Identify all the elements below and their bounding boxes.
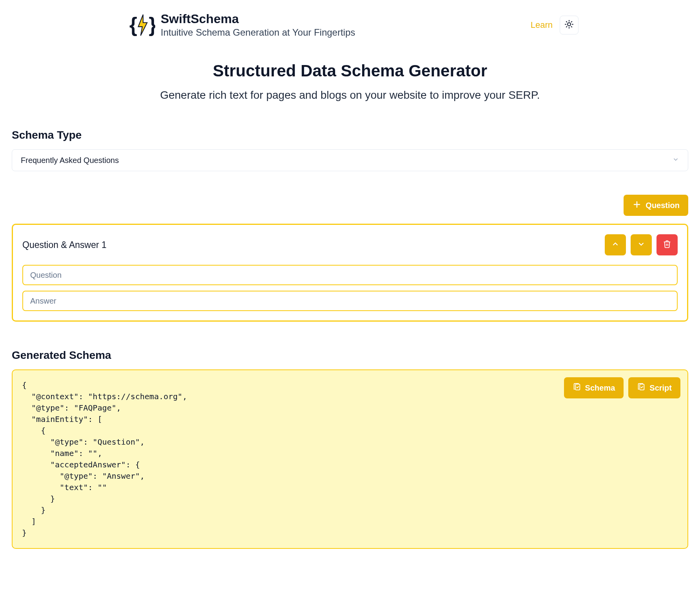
qa-head: Question & Answer 1 bbox=[22, 234, 678, 255]
clipboard-icon bbox=[637, 383, 646, 393]
copy-schema-button[interactable]: Schema bbox=[564, 377, 624, 398]
logo-icon: { } bbox=[129, 12, 155, 38]
svg-line-10 bbox=[566, 27, 567, 27]
qa-actions bbox=[605, 234, 678, 255]
delete-button[interactable] bbox=[656, 234, 678, 255]
add-question-row: Question bbox=[12, 195, 688, 216]
trash-icon bbox=[663, 240, 671, 250]
qa-title: Question & Answer 1 bbox=[22, 240, 107, 250]
chevron-down-icon bbox=[637, 240, 646, 250]
add-question-button[interactable]: Question bbox=[624, 195, 688, 216]
move-down-button[interactable] bbox=[631, 234, 652, 255]
hero: Structured Data Schema Generator Generat… bbox=[12, 62, 688, 101]
copy-script-button[interactable]: Script bbox=[628, 377, 680, 398]
schema-type-section: Schema Type Frequently Asked Questions bbox=[12, 129, 688, 171]
sun-icon bbox=[564, 20, 574, 30]
schema-type-select[interactable]: Frequently Asked Questions bbox=[12, 149, 688, 171]
learn-link[interactable]: Learn bbox=[531, 20, 553, 30]
brand-subtitle: Intuitive Schema Generation at Your Fing… bbox=[161, 27, 355, 38]
header-actions: Learn bbox=[531, 16, 578, 34]
page-title: Structured Data Schema Generator bbox=[12, 62, 688, 80]
copy-schema-label: Schema bbox=[585, 384, 615, 393]
copy-script-label: Script bbox=[649, 384, 672, 393]
brand: { } SwiftSchema Intuitive Schema Generat… bbox=[129, 12, 355, 38]
svg-line-6 bbox=[566, 22, 567, 22]
theme-toggle-button[interactable] bbox=[560, 16, 578, 34]
svg-text:}: } bbox=[149, 13, 156, 36]
chevron-up-icon bbox=[611, 240, 620, 250]
chevron-down-icon bbox=[672, 156, 679, 165]
brand-text: SwiftSchema Intuitive Schema Generation … bbox=[161, 12, 355, 38]
svg-line-7 bbox=[571, 27, 572, 27]
svg-point-3 bbox=[568, 23, 571, 26]
svg-text:{: { bbox=[129, 13, 137, 36]
generated-schema-section: Generated Schema Schema bbox=[12, 349, 688, 549]
move-up-button[interactable] bbox=[605, 234, 626, 255]
generated-schema-card: Schema Script { "@context": "https://sch… bbox=[12, 369, 688, 549]
answer-input[interactable] bbox=[22, 291, 678, 311]
page-subtitle: Generate rich text for pages and blogs o… bbox=[12, 89, 688, 101]
qa-card: Question & Answer 1 bbox=[12, 224, 688, 322]
generated-schema-label: Generated Schema bbox=[12, 349, 688, 362]
schema-type-selected: Frequently Asked Questions bbox=[21, 156, 119, 165]
svg-marker-1 bbox=[138, 14, 147, 36]
generated-schema-code: { "@context": "https://schema.org", "@ty… bbox=[22, 380, 678, 539]
svg-line-11 bbox=[571, 22, 572, 22]
brand-title: SwiftSchema bbox=[161, 12, 355, 26]
add-question-label: Question bbox=[646, 201, 680, 210]
app-header: { } SwiftSchema Intuitive Schema Generat… bbox=[12, 12, 688, 38]
schema-type-label: Schema Type bbox=[12, 129, 688, 141]
question-input[interactable] bbox=[22, 265, 678, 285]
code-actions: Schema Script bbox=[564, 377, 680, 398]
plus-icon bbox=[632, 200, 642, 211]
clipboard-icon bbox=[573, 383, 581, 393]
